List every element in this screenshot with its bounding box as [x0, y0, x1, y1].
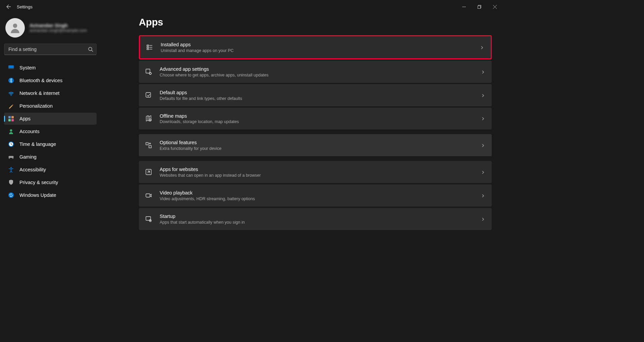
nav-label: Time & language [19, 141, 56, 147]
card-video-playback[interactable]: Video playback Video adjustments, HDR st… [139, 184, 492, 207]
card-title: Installed apps [161, 42, 480, 48]
chevron-right-icon [480, 45, 485, 50]
apps-icon [8, 116, 14, 122]
svg-line-7 [92, 50, 93, 52]
privacy-icon [8, 179, 14, 185]
chevron-right-icon [481, 116, 486, 121]
accounts-icon [8, 128, 14, 134]
search-icon [88, 47, 93, 52]
card-desc: Websites that can open in an app instead… [160, 173, 481, 178]
system-icon [8, 65, 14, 71]
chevron-right-icon [481, 217, 486, 221]
window-title: Settings [17, 4, 33, 9]
optional-features-icon [145, 141, 152, 149]
offline-maps-icon [145, 115, 152, 122]
nav-label: Bluetooth & devices [19, 78, 62, 83]
sidebar: Avinandan Singh avinandan.singh@example.… [0, 13, 101, 269]
card-desc: Extra functionality for your device [160, 146, 481, 151]
chevron-right-icon [481, 93, 486, 98]
sidebar-item-update[interactable]: Windows Update [4, 189, 97, 201]
nav-label: System [19, 65, 36, 70]
card-installed-apps[interactable]: Installed apps Uninstall and manage apps… [139, 35, 492, 59]
svg-rect-27 [146, 69, 150, 73]
personalization-icon [8, 103, 14, 109]
card-title: Video playback [160, 190, 481, 196]
window-controls [456, 1, 502, 12]
sidebar-item-personalization[interactable]: Personalization [4, 100, 97, 112]
sidebar-item-gaming[interactable]: Gaming [4, 151, 97, 163]
maximize-button[interactable] [472, 1, 487, 12]
svg-point-16 [10, 129, 12, 132]
svg-point-11 [11, 95, 11, 96]
sidebar-item-time[interactable]: Time & language [4, 138, 97, 150]
close-button[interactable] [487, 1, 502, 12]
nav-label: Apps [19, 116, 31, 121]
sidebar-item-apps[interactable]: Apps [4, 113, 97, 125]
page-title: Apps [139, 17, 492, 28]
card-title: Startup [160, 213, 481, 220]
nav-label: Network & internet [19, 91, 59, 96]
sidebar-item-bluetooth[interactable]: Bluetooth & devices [4, 74, 97, 87]
profile-email: avinandan.singh@example.com [30, 28, 87, 33]
chevron-right-icon [481, 69, 486, 74]
svg-point-28 [149, 72, 151, 74]
sidebar-item-system[interactable]: System [4, 62, 97, 74]
sidebar-item-network[interactable]: Network & internet [4, 87, 97, 99]
search-input[interactable] [4, 44, 97, 55]
card-title: Optional features [160, 139, 481, 146]
card-desc: Downloads, storage location, map updates [160, 119, 481, 124]
svg-point-6 [89, 47, 92, 51]
sidebar-item-accessibility[interactable]: Accessibility [4, 164, 97, 176]
svg-rect-9 [8, 68, 14, 69]
card-desc: Defaults for file and link types, other … [160, 96, 481, 101]
svg-rect-15 [11, 119, 14, 121]
installed-apps-icon [146, 44, 153, 51]
nav-label: Gaming [19, 154, 37, 160]
svg-point-19 [10, 167, 12, 168]
back-button[interactable] [3, 1, 13, 12]
chevron-right-icon [481, 193, 486, 198]
minimize-button[interactable] [456, 1, 472, 12]
profile-name: Avinandan Singh [30, 23, 87, 28]
card-title: Apps for websites [160, 166, 481, 173]
titlebar: Settings [0, 0, 505, 13]
network-icon [8, 90, 14, 96]
card-desc: Uninstall and manage apps on your PC [161, 48, 480, 53]
svg-rect-13 [11, 116, 14, 118]
card-startup[interactable]: Startup Apps that start automatically wh… [139, 208, 492, 230]
chevron-right-icon [481, 170, 486, 174]
card-title: Default apps [160, 90, 481, 96]
profile-block[interactable]: Avinandan Singh avinandan.singh@example.… [4, 15, 97, 44]
advanced-settings-icon [145, 68, 152, 75]
default-apps-icon [145, 92, 152, 99]
search-wrap [4, 44, 97, 55]
card-title: Advanced app settings [160, 66, 481, 72]
svg-rect-34 [146, 194, 150, 197]
content: Apps Installed apps Uninstall and manage… [101, 13, 505, 269]
video-icon [145, 192, 152, 199]
gaming-icon [8, 154, 14, 160]
card-apps-for-websites[interactable]: Apps for websites Websites that can open… [139, 161, 492, 183]
svg-rect-32 [149, 146, 151, 148]
card-advanced-app-settings[interactable]: Advanced app settings Choose where to ge… [139, 61, 492, 83]
sidebar-item-privacy[interactable]: Privacy & security [4, 176, 97, 188]
card-default-apps[interactable]: Default apps Defaults for file and link … [139, 84, 492, 106]
nav-label: Personalization [19, 103, 53, 109]
card-offline-maps[interactable]: Offline maps Downloads, storage location… [139, 108, 492, 130]
svg-rect-21 [147, 45, 149, 46]
update-icon [8, 192, 14, 198]
avatar [5, 18, 25, 38]
nav-label: Windows Update [19, 192, 56, 198]
card-title: Offline maps [160, 113, 481, 119]
card-desc: Apps that start automatically when you s… [160, 220, 481, 225]
svg-point-20 [8, 192, 14, 198]
card-optional-features[interactable]: Optional features Extra functionality fo… [139, 134, 492, 156]
nav-list: System Bluetooth & devices Network & int… [4, 62, 97, 201]
svg-rect-2 [478, 6, 480, 8]
svg-point-5 [13, 23, 17, 28]
nav-label: Privacy & security [19, 180, 58, 185]
sidebar-item-accounts[interactable]: Accounts [4, 125, 97, 137]
svg-rect-12 [8, 116, 11, 118]
card-desc: Video adjustments, HDR streaming, batter… [160, 196, 481, 201]
time-icon [8, 141, 14, 147]
